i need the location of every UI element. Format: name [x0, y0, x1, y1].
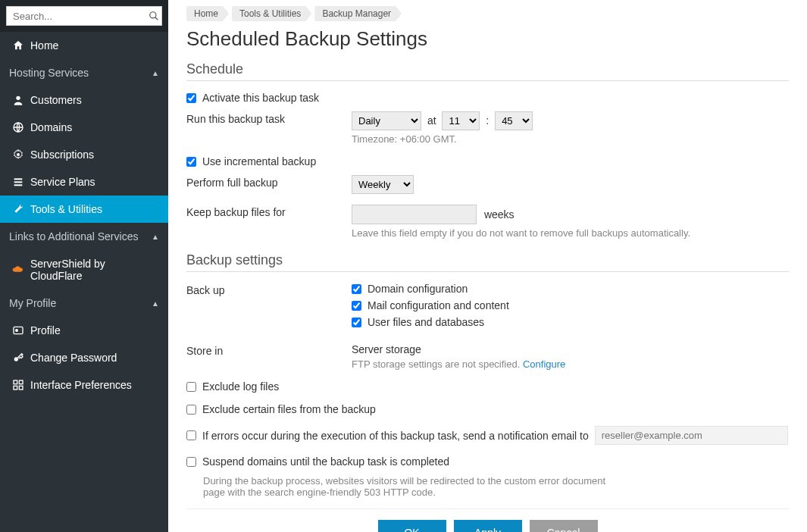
nav-domains[interactable]: Domains [0, 114, 168, 141]
nav-section-hosting[interactable]: Hosting Services ▲ [0, 59, 168, 86]
home-icon [12, 39, 24, 52]
svg-point-10 [14, 357, 18, 361]
suspend-hint: During the backup process, websites visi… [203, 475, 612, 498]
key-icon [12, 352, 24, 364]
nav-home[interactable]: Home [0, 32, 168, 59]
crumb-tools[interactable]: Tools & Utilities [232, 6, 311, 21]
svg-rect-6 [14, 181, 23, 183]
nav-customers[interactable]: Customers [0, 86, 168, 114]
nav-tools-utilities[interactable]: Tools & Utilities [0, 196, 168, 223]
incremental-checkbox[interactable] [186, 157, 196, 167]
hour-select[interactable]: 11 [442, 111, 480, 130]
nav-interface-prefs[interactable]: Interface Preferences [0, 371, 168, 399]
id-icon [12, 324, 24, 336]
nav-profile[interactable]: Profile [0, 317, 168, 344]
search-button[interactable] [146, 11, 161, 21]
main-content: Home Tools & Utilities Backup Manager Sc… [168, 0, 807, 532]
page-title: Scheduled Backup Settings [186, 27, 789, 51]
sidebar: Home Hosting Services ▲ Customers Domain… [0, 0, 168, 532]
frequency-select[interactable]: Daily [352, 111, 421, 130]
domain-config-checkbox[interactable] [352, 284, 361, 294]
activate-checkbox[interactable] [186, 93, 196, 103]
keep-hint: Leave this field empty if you do not wan… [352, 227, 789, 239]
notify-checkbox[interactable] [186, 430, 196, 440]
gear-icon [12, 149, 24, 161]
backup-label: Back up [186, 283, 352, 296]
search-input[interactable] [7, 11, 146, 22]
suspend-checkbox[interactable] [186, 457, 196, 467]
nav-change-password[interactable]: Change Password [0, 344, 168, 371]
suspend-label: Suspend domains until the backup task is… [202, 455, 449, 468]
section-backup-settings: Backup settings [186, 252, 789, 272]
keep-weeks-input[interactable] [352, 205, 477, 224]
store-label: Store in [186, 343, 352, 357]
search-box [6, 6, 162, 26]
apply-button[interactable]: Apply [454, 520, 522, 532]
user-files-checkbox[interactable] [352, 318, 361, 327]
incremental-label: Use incremental backup [202, 155, 316, 167]
globe-icon [12, 121, 24, 133]
breadcrumb: Home Tools & Utilities Backup Manager [186, 0, 789, 26]
nav-service-plans[interactable]: Service Plans [0, 168, 168, 196]
notify-email-input[interactable] [595, 426, 788, 445]
svg-rect-11 [14, 380, 17, 384]
nav-section-links[interactable]: Links to Additional Services ▲ [0, 223, 168, 250]
activate-label: Activate this backup task [202, 92, 319, 104]
ok-button[interactable]: OK [378, 520, 446, 532]
chevron-up-icon: ▲ [152, 69, 159, 77]
exclude-files-checkbox[interactable] [186, 405, 196, 415]
svg-rect-5 [14, 178, 23, 180]
cancel-button[interactable]: Cancel [530, 520, 598, 532]
svg-line-1 [155, 17, 158, 20]
chevron-up-icon: ▲ [152, 233, 159, 241]
section-schedule: Schedule [186, 61, 789, 81]
search-icon [149, 11, 159, 21]
nav-servershield[interactable]: ServerShield by CloudFlare [0, 250, 168, 289]
crumb-home[interactable]: Home [186, 6, 229, 21]
configure-link[interactable]: Configure [523, 358, 565, 370]
svg-point-2 [16, 96, 20, 100]
svg-rect-7 [14, 184, 23, 186]
svg-rect-13 [14, 386, 17, 390]
minute-select[interactable]: 45 [495, 111, 533, 130]
nav-home-label: Home [30, 39, 159, 52]
full-backup-label: Perform full backup [186, 175, 352, 189]
notify-label: If errors occur during the execution of … [202, 430, 589, 442]
svg-point-9 [16, 330, 18, 332]
timezone-hint: Timezone: +06:00 GMT. [352, 133, 789, 145]
exclude-log-label: Exclude log files [202, 380, 279, 393]
svg-rect-14 [19, 386, 23, 390]
nav-subscriptions[interactable]: Subscriptions [0, 141, 168, 168]
cloud-icon [12, 265, 24, 274]
nav-section-profile[interactable]: My Profile ▲ [0, 289, 168, 317]
svg-point-4 [17, 153, 20, 156]
exclude-log-checkbox[interactable] [186, 382, 196, 392]
crumb-backup[interactable]: Backup Manager [314, 6, 402, 21]
chevron-up-icon: ▲ [152, 299, 159, 308]
full-frequency-select[interactable]: Weekly [352, 175, 414, 194]
svg-rect-12 [19, 380, 23, 384]
keep-label: Keep backup files for [186, 205, 352, 218]
run-task-label: Run this backup task [186, 111, 352, 125]
grid-icon [12, 379, 24, 391]
user-icon [12, 94, 24, 106]
mail-config-checkbox[interactable] [352, 301, 361, 311]
store-value: Server storage [352, 343, 789, 355]
svg-point-0 [150, 12, 156, 18]
list-icon [12, 176, 24, 188]
wrench-icon [12, 203, 24, 215]
exclude-files-label: Exclude certain files from the backup [202, 403, 376, 415]
